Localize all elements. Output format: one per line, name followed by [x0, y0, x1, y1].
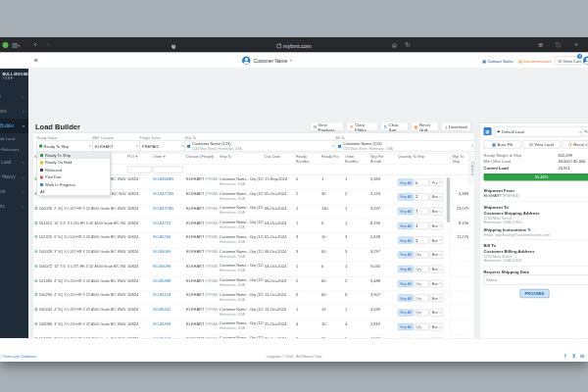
- unit-select[interactable]: Bun▾: [430, 266, 443, 273]
- contact-sales-link[interactable]: ▦ Contact Sales: [482, 59, 514, 64]
- col-order-bundles[interactable]: Order Bundles: [344, 154, 369, 165]
- unit-select[interactable]: Bun▾: [430, 323, 443, 331]
- po-filter-input[interactable]: [127, 167, 152, 173]
- table-row[interactable]: ⊕1000283" SQ X 0.167 HR X 24' A500 Grade…: [33, 248, 470, 263]
- order-link[interactable]: SO-84731: [152, 219, 185, 232]
- ship-all-button[interactable]: Ship All: [398, 251, 414, 258]
- sidebar-item-account[interactable]: Account+: [0, 184, 28, 199]
- documentation-link[interactable]: ▤ Documentation: [518, 59, 552, 64]
- unit-select[interactable]: Bun▾: [430, 221, 443, 229]
- qty-input[interactable]: [415, 193, 429, 200]
- downloads-icon[interactable]: ⊕: [538, 42, 543, 49]
- vertical-scrollbar[interactable]: [447, 177, 451, 222]
- unit-select[interactable]: Bun▾: [430, 294, 443, 302]
- share-icon[interactable]: ⎋: [556, 42, 561, 49]
- table-row[interactable]: ⊕1023706" SQ X 0.500 HR X 40' A500 Grade…: [33, 233, 470, 248]
- reset-grid-button[interactable]: ▦Reset Grid: [411, 122, 439, 132]
- order-link[interactable]: SO-86388: [152, 276, 185, 290]
- expand-row-icon[interactable]: ⊕: [34, 307, 38, 312]
- table-row[interactable]: ⊕1000262" SQ X 0.167 HR X 24' A500 Grade…: [33, 205, 470, 220]
- col-ready-pcs[interactable]: Ready Pcs: [320, 154, 344, 165]
- qty-input[interactable]: [415, 208, 429, 215]
- view-products-button[interactable]: ⊡View Products: [310, 122, 344, 132]
- ship-all-button[interactable]: Ship All: [398, 309, 414, 316]
- user-avatar[interactable]: [583, 57, 588, 66]
- table-row[interactable]: ⊕1014854" SQ X 0.250 HR X 40' A500 Grade…: [33, 276, 470, 291]
- ship-all-button[interactable]: Ship All: [398, 295, 414, 302]
- order-link[interactable]: SO-86206: [152, 233, 185, 247]
- qty-input[interactable]: [415, 280, 429, 287]
- dropdown-option-work-in-progress[interactable]: Work In Progress: [37, 181, 110, 189]
- dropdown-option-all[interactable]: All: [37, 188, 110, 196]
- expand-row-icon[interactable]: ⊕: [34, 277, 38, 282]
- sidebar-item-home[interactable]: Home+: [0, 89, 28, 104]
- dropdown-option-ready-on-hold[interactable]: Ready On Hold: [37, 159, 110, 167]
- expand-row-icon[interactable]: ⊕: [34, 249, 38, 254]
- expand-row-icon[interactable]: ⊕: [34, 234, 38, 239]
- col-ship-to[interactable]: Ship To: [219, 154, 264, 165]
- col-qty-to-ship[interactable]: Quantity To Ship: [397, 154, 446, 165]
- table-row[interactable]: ⊕1002904" SQ X 0.250 HR X 24' A500 Grade…: [33, 291, 470, 306]
- col-po[interactable]: PO# ▾: [126, 154, 152, 165]
- ship-to-select[interactable]: Customer Name (123) 1234 Main Street, Ho…: [185, 140, 337, 152]
- linkedin-icon[interactable]: in: [580, 354, 584, 359]
- unit-select[interactable]: Bun▾: [430, 309, 443, 317]
- qty-input[interactable]: [415, 222, 429, 229]
- qty-input[interactable]: [415, 266, 429, 272]
- expand-row-icon[interactable]: ⊕: [34, 220, 38, 224]
- reset-load-button[interactable]: ↺Reset Load: [563, 140, 588, 149]
- expand-row-icon[interactable]: ⊕: [34, 264, 38, 269]
- table-row[interactable]: ⊕1002424" SQ X 0.187 HR X 32' A500 Grade…: [33, 306, 470, 320]
- x-icon[interactable]: X: [572, 354, 575, 359]
- dropdown-option-past-due[interactable]: Past Due: [37, 173, 110, 181]
- sidebar-item-my-releases[interactable]: My Releases: [0, 144, 28, 155]
- order-link[interactable]: SO-86096: [152, 263, 185, 276]
- qty-input[interactable]: [415, 251, 429, 258]
- qty-input[interactable]: [415, 237, 429, 244]
- unit-select[interactable]: Bun▾: [430, 251, 443, 259]
- ship-all-button[interactable]: Ship All: [398, 323, 414, 330]
- qty-input[interactable]: [415, 309, 429, 316]
- bull-moose-logo[interactable]: BULL MOOSETUBE: [3, 73, 28, 80]
- order-link[interactable]: SO-84774B: [152, 190, 185, 204]
- columns-tab[interactable]: Columns: [469, 153, 475, 184]
- new-tab-icon[interactable]: +: [574, 41, 578, 48]
- proceed-button[interactable]: PROCEED: [520, 289, 550, 298]
- download-button[interactable]: ⤓Download: [441, 122, 471, 132]
- col-order[interactable]: Order ▾: [152, 154, 185, 165]
- order-link[interactable]: SO-86069: [152, 248, 185, 262]
- bill-to-select[interactable]: Customer Name (123) 1234 Main Street, Ho…: [336, 140, 476, 152]
- unit-select[interactable]: Bun▾: [430, 208, 443, 216]
- sidebar-item-order-history[interactable]: Order History+: [0, 170, 28, 184]
- view-load-button[interactable]: ⊟View Load: [523, 140, 561, 149]
- url-text[interactable]: mybmt.com: [0, 43, 588, 49]
- order-link[interactable]: SO-86342: [152, 306, 185, 319]
- expand-row-icon[interactable]: ⊕: [34, 321, 38, 326]
- facebook-icon[interactable]: f: [564, 354, 566, 359]
- pencil-icon[interactable]: ✎: [527, 227, 531, 232]
- sidebar-item-build-load[interactable]: Build Load: [0, 133, 28, 144]
- edit-load-icon[interactable]: ✎: [582, 126, 588, 136]
- table-row[interactable]: ⊕1000863" SQ X 0.250 HR X 32' A500 Grade…: [33, 320, 470, 335]
- col-wgt-per-bundle[interactable]: Wgt Per Bundle: [369, 154, 397, 165]
- col-due-date[interactable]: Due Date: [264, 154, 295, 165]
- auto-fill-button[interactable]: ▦Auto Fill: [484, 140, 521, 149]
- order-link[interactable]: SO-86143: [152, 291, 185, 305]
- order-link[interactable]: SO-84668B: [152, 175, 185, 189]
- freight-terms-select[interactable]: PREPAID▾: [140, 140, 186, 152]
- unit-select[interactable]: Bun▾: [430, 193, 443, 201]
- ship-all-button[interactable]: Ship All: [398, 237, 414, 244]
- menu-toggle-icon[interactable]: ≡: [34, 57, 38, 65]
- ship-all-button[interactable]: Ship All: [398, 222, 414, 229]
- ship-all-button[interactable]: Ship All: [398, 193, 414, 200]
- sidebar-item-reports[interactable]: Reports+: [0, 199, 28, 214]
- request-shipping-date-select[interactable]: Select▾: [484, 275, 588, 285]
- qty-input[interactable]: [415, 179, 429, 186]
- clear-sort-button[interactable]: ⇅Clear Sort: [380, 122, 409, 132]
- qty-input[interactable]: [415, 323, 429, 330]
- col-division[interactable]: Division (Freight): [185, 154, 219, 165]
- customer-menu[interactable]: Customer Name ▾: [242, 57, 292, 66]
- order-link[interactable]: SO-86398: [152, 320, 185, 334]
- unit-select[interactable]: Pcs▾: [430, 178, 443, 186]
- table-row[interactable]: ⊕10141210" X 6" X 0.250 HR X 40' A500 Gr…: [33, 219, 470, 233]
